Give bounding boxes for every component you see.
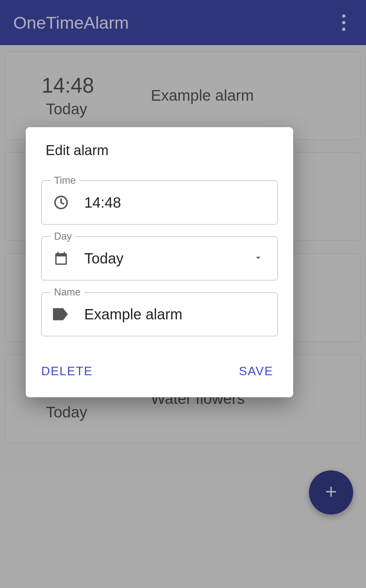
calendar-icon: [52, 251, 70, 266]
save-button[interactable]: SAVE: [239, 361, 273, 381]
svg-rect-1: [58, 258, 61, 261]
time-field-value: 14:48: [84, 194, 267, 211]
day-field-value: Today: [84, 250, 253, 267]
label-icon: [52, 308, 70, 320]
delete-button[interactable]: DELETE: [41, 361, 93, 381]
time-field[interactable]: Time 14:48: [41, 180, 278, 225]
dialog-actions: DELETE SAVE: [41, 348, 278, 397]
dialog-title: Edit alarm: [41, 143, 278, 158]
edit-alarm-dialog: Edit alarm Time 14:48 Day Today Name: [26, 127, 293, 397]
day-field-label: Day: [50, 231, 75, 242]
name-field-label: Name: [50, 287, 84, 298]
name-field[interactable]: Name Example alarm: [41, 292, 278, 336]
day-field[interactable]: Day Today: [41, 236, 278, 280]
clock-icon: [52, 194, 70, 211]
chevron-down-icon: [253, 252, 263, 264]
time-field-label: Time: [50, 175, 79, 186]
name-field-value: Example alarm: [84, 306, 267, 323]
modal-scrim[interactable]: [0, 0, 366, 46]
